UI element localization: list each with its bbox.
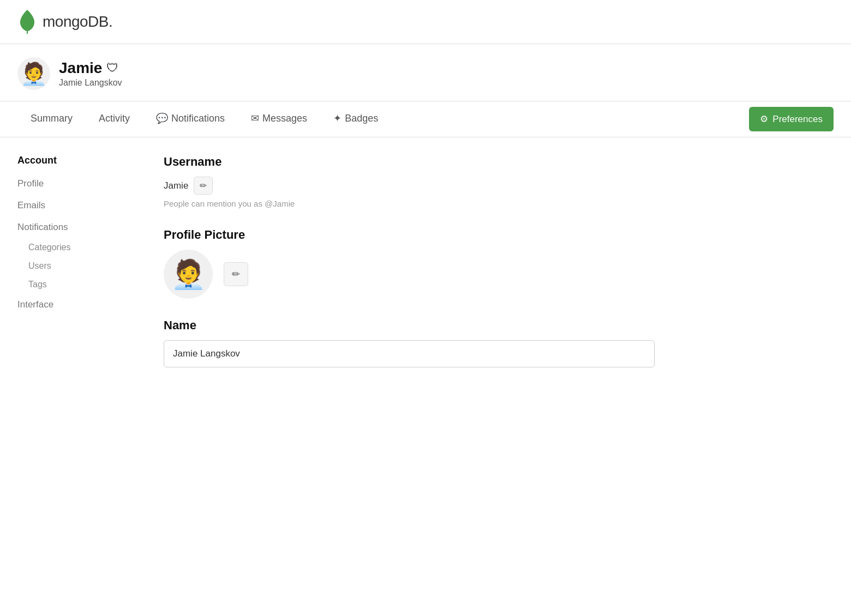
sidebar-item-emails[interactable]: Emails [17,195,137,216]
app-header: mongoDB. [0,0,851,44]
chat-icon: 💬 [156,112,168,124]
pencil-icon: ✏ [200,180,207,191]
tab-messages[interactable]: ✉ Messages [238,101,320,137]
shield-icon: 🛡 [106,61,118,75]
profile-picture-title: Profile Picture [164,228,655,242]
sidebar-section-account: Account [17,155,137,166]
username-value: Jamie [164,180,188,191]
name-input[interactable] [164,340,655,367]
username-section-title: Username [164,155,655,169]
preferences-content: Username Jamie ✏ People can mention you … [164,155,655,387]
name-section-title: Name [164,318,655,333]
user-display-name: Jamie [59,59,102,77]
user-info: Jamie 🛡 Jamie Langskov [59,59,122,88]
profile-picture: 🧑‍💼 [164,250,213,299]
username-section: Username Jamie ✏ People can mention you … [164,155,655,208]
logo-text: mongoDB. [43,13,112,31]
preferences-button[interactable]: ⚙ Preferences [749,107,834,131]
sidebar-item-categories[interactable]: Categories [17,238,137,257]
edit-username-button[interactable]: ✏ [194,177,213,195]
mongodb-leaf-icon [17,10,37,34]
name-section: Name [164,318,655,367]
tab-notifications[interactable]: 💬 Notifications [143,101,238,137]
user-full-name: Jamie Langskov [59,78,122,88]
user-section: 🧑‍💼 Jamie 🛡 Jamie Langskov [0,44,851,101]
tab-activity[interactable]: Activity [86,102,143,137]
envelope-icon: ✉ [251,112,259,124]
mention-hint: People can mention you as @Jamie [164,199,655,208]
gear-icon: ⚙ [760,113,768,125]
sidebar-item-interface[interactable]: Interface [17,294,137,316]
pencil-icon: ✏ [232,268,240,280]
badge-icon: ✦ [333,112,341,124]
tab-summary[interactable]: Summary [17,102,86,137]
profile-picture-section: Profile Picture 🧑‍💼 ✏ [164,228,655,299]
main-layout: Account Profile Emails Notifications Cat… [0,137,851,404]
sidebar-item-tags[interactable]: Tags [17,275,137,294]
sidebar-item-users[interactable]: Users [17,257,137,275]
sidebar: Account Profile Emails Notifications Cat… [17,155,137,387]
edit-profile-picture-button[interactable]: ✏ [224,262,248,286]
tab-badges[interactable]: ✦ Badges [320,101,391,137]
logo: mongoDB. [17,10,112,34]
avatar: 🧑‍💼 [17,57,50,90]
nav-tabs: Summary Activity 💬 Notifications ✉ Messa… [0,101,851,137]
sidebar-item-notifications[interactable]: Notifications [17,216,137,238]
sidebar-item-profile[interactable]: Profile [17,173,137,195]
